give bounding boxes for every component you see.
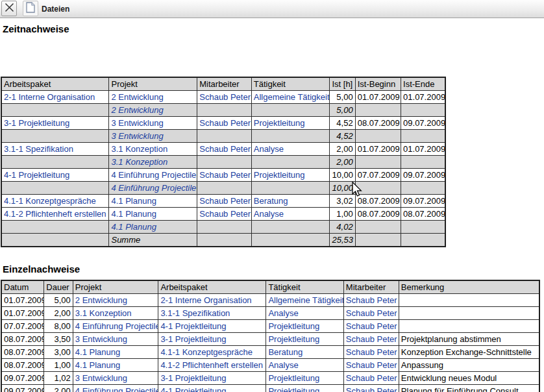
taetigkeit-cell[interactable]: Beratung — [266, 346, 343, 359]
taetigkeit-cell[interactable]: Allgemeine Tätigkeit — [266, 294, 343, 307]
arbeitspaket-cell — [1, 130, 109, 143]
taetigkeit-cell[interactable]: Projektleitung — [266, 320, 343, 333]
projekt-cell[interactable]: 4.1 Planung — [109, 195, 197, 208]
table-row: 09.07.20092,004 Einführung Projectile4-1… — [1, 385, 539, 392]
detail-row: 2-1 Interne Organisation2 EntwicklungSch… — [1, 91, 445, 104]
arbeitspaket-cell[interactable]: 4-1 Projektleitung — [1, 169, 109, 182]
ist-ende-cell — [401, 104, 445, 117]
sum-row: Summe25,53 — [1, 234, 445, 247]
mitarbeiter-cell[interactable]: Schaub Peter — [343, 333, 399, 346]
ist-ende-cell — [401, 221, 445, 234]
taetigkeit-cell[interactable]: Analyse — [251, 208, 330, 221]
taetigkeit-cell — [251, 104, 330, 117]
mitarbeiter-cell — [197, 130, 251, 143]
ist-cell: 2,00 — [330, 143, 355, 156]
file-button-label: Dateien — [42, 5, 69, 14]
projekt-cell[interactable]: 3 Entwicklung — [73, 372, 158, 385]
arbeitspaket-cell — [1, 104, 109, 117]
mitarbeiter-cell[interactable]: Schaub Peter — [343, 385, 399, 392]
taetigkeit-cell[interactable]: Beratung — [251, 195, 330, 208]
ist-cell: 5,00 — [330, 104, 355, 117]
projekt-cell[interactable]: 4.1 Planung — [73, 346, 158, 359]
detail-row: 3.1-1 Spezifikation3.1 KonzeptionSchaub … — [1, 143, 445, 156]
taetigkeit-cell — [251, 130, 330, 143]
projekt-cell[interactable]: 3.1 Konzeption — [109, 143, 197, 156]
arbeitspaket-cell[interactable]: 2-1 Interne Organisation — [1, 91, 109, 104]
taetigkeit-cell[interactable]: Projektleitung — [251, 169, 330, 182]
ist-beginn-cell: 08.07.2009 — [355, 208, 401, 221]
taetigkeit-cell[interactable]: Allgemeine Tätigkeit — [251, 91, 330, 104]
projekt-cell[interactable]: 2 Entwicklung — [73, 294, 158, 307]
close-button[interactable] — [1, 1, 17, 16]
projekt-cell[interactable]: 3 Entwicklung — [73, 333, 158, 346]
toolbar: Dateien — [0, 0, 544, 18]
arbeitspaket-cell[interactable]: 4.1-1 Konzeptgespräche — [1, 195, 109, 208]
mitarbeiter-cell[interactable]: Schaub Peter — [197, 91, 251, 104]
mitarbeiter-cell[interactable]: Schaub Peter — [343, 359, 399, 372]
bemerkung-cell: Entwicklung neues Modul — [399, 372, 539, 385]
arbeitspaket-cell — [1, 156, 109, 169]
mitarbeiter-cell[interactable]: Schaub Peter — [197, 195, 251, 208]
ist-ende-cell — [401, 156, 445, 169]
arbeitspaket-cell[interactable]: 4-1 Projektleitung — [158, 320, 266, 333]
mitarbeiter-cell[interactable]: Schaub Peter — [343, 320, 399, 333]
mitarbeiter-cell — [197, 156, 251, 169]
arbeitspaket-cell[interactable]: 3.1-1 Spezifikation — [1, 143, 109, 156]
arbeitspaket-cell[interactable]: 4-1 Projektleitung — [158, 385, 266, 392]
projekt-cell[interactable]: 4 Einführung Projectile — [73, 385, 158, 392]
projekt-cell: 4.1 Planung — [109, 221, 197, 234]
projekt-cell[interactable]: 2 Entwicklung — [109, 91, 197, 104]
dauer-cell: 1,00 — [44, 359, 73, 372]
projekt-cell[interactable]: 4 Einführung Projectile — [73, 320, 158, 333]
table-row: 01.07.20095,002 Entwicklung2-1 Interne O… — [1, 294, 539, 307]
arbeitspaket-cell[interactable]: 2-1 Interne Organisation — [158, 294, 266, 307]
arbeitspaket-cell[interactable]: 3-1 Projektleitung — [1, 117, 109, 130]
taetigkeit-cell[interactable]: Analyse — [251, 143, 330, 156]
taetigkeit-cell[interactable]: Projektleitung — [266, 385, 343, 392]
taetigkeit-cell[interactable]: Analyse — [266, 307, 343, 320]
arbeitspaket-cell[interactable]: 3-1 Projektleitung — [158, 333, 266, 346]
arbeitspaket-cell[interactable]: 4.1-2 Pflichtenheft erstellen — [158, 359, 266, 372]
projekt-cell: 3.1 Konzeption — [109, 156, 197, 169]
mitarbeiter-cell[interactable]: Schaub Peter — [343, 346, 399, 359]
subtotal-row: 3 Entwicklung4,52 — [1, 130, 445, 143]
arbeitspaket-cell[interactable]: 3-1 Projektleitung — [158, 372, 266, 385]
taetigkeit-cell[interactable]: Projektleitung — [266, 372, 343, 385]
ist-beginn-cell — [355, 104, 401, 117]
dauer-cell: 3,50 — [44, 333, 73, 346]
zeitnachweise-title: Zeitnachweise — [3, 23, 69, 34]
arbeitspaket-cell[interactable]: 4.1-1 Konzeptgespräche — [158, 346, 266, 359]
ist-beginn-cell — [355, 156, 401, 169]
mitarbeiter-cell[interactable]: Schaub Peter — [197, 117, 251, 130]
mitarbeiter-cell[interactable]: Schaub Peter — [343, 307, 399, 320]
file-button[interactable] — [23, 1, 38, 16]
arbeitspaket-cell[interactable]: 4.1-2 Pflichtenheft erstellen — [1, 208, 109, 221]
datum-cell: 08.07.2009 — [1, 333, 44, 346]
projekt-cell[interactable]: 4.1 Planung — [109, 208, 197, 221]
mitarbeiter-cell[interactable]: Schaub Peter — [197, 143, 251, 156]
taetigkeit-cell[interactable]: Analyse — [266, 359, 343, 372]
column-header: Mitarbeiter — [197, 77, 251, 91]
header-row: ArbeitspaketProjektMitarbeiterTätigkeitI… — [1, 77, 445, 91]
mitarbeiter-cell[interactable]: Schaub Peter — [197, 208, 251, 221]
taetigkeit-cell[interactable]: Projektleitung — [251, 117, 330, 130]
ist-ende-cell: 09.07.2009 — [401, 117, 445, 130]
taetigkeit-cell — [251, 156, 330, 169]
mitarbeiter-cell[interactable]: Schaub Peter — [197, 169, 251, 182]
taetigkeit-cell[interactable]: Projektleitung — [266, 333, 343, 346]
column-header: Projekt — [73, 280, 158, 294]
projekt-cell[interactable]: 3 Entwicklung — [109, 117, 197, 130]
column-header: Ist-Ende — [401, 77, 445, 91]
arbeitspaket-cell[interactable]: 3.1-1 Spezifikation — [158, 307, 266, 320]
table-row: 08.07.20093,004.1 Planung4.1-1 Konzeptge… — [1, 346, 539, 359]
ist-ende-cell: 09.07.2009 — [401, 195, 445, 208]
ist-beginn-cell — [355, 234, 401, 247]
bemerkung-cell: Projektplanung abstimmen — [399, 333, 539, 346]
ist-cell: 4,02 — [330, 221, 355, 234]
projekt-cell[interactable]: 4 Einführung Projectile — [109, 169, 197, 182]
projekt-cell[interactable]: 3.1 Konzeption — [73, 307, 158, 320]
mitarbeiter-cell[interactable]: Schaub Peter — [343, 372, 399, 385]
mitarbeiter-cell[interactable]: Schaub Peter — [343, 294, 399, 307]
ist-beginn-cell — [355, 130, 401, 143]
projekt-cell[interactable]: 4.1 Planung — [73, 359, 158, 372]
